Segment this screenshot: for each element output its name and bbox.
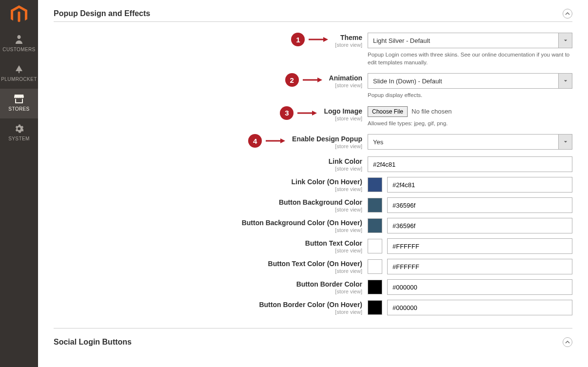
button-border-input[interactable]: [387, 279, 572, 295]
sidebar-item-label: CUSTOMERS: [2, 47, 35, 52]
admin-sidebar: CUSTOMERS PLUMROCKET STORES SYSTEM: [0, 0, 38, 367]
scope-label: [store view]: [242, 227, 362, 233]
field-label: Button Border Color (On Hover): [259, 301, 362, 309]
sidebar-item-label: STORES: [8, 106, 29, 112]
field-label: Enable Design Popup: [292, 135, 362, 143]
button-border-hover-input[interactable]: [387, 300, 572, 315]
gear-icon: [15, 124, 23, 133]
arrow-icon: [297, 106, 317, 120]
section-title: Popup Design and Effects: [54, 9, 150, 18]
sidebar-item-stores[interactable]: STORES: [0, 89, 38, 118]
collapse-button[interactable]: [563, 9, 572, 19]
select-value: Light Silver - Default: [368, 37, 435, 44]
scope-label: [store view]: [279, 207, 362, 212]
stores-icon: [14, 95, 24, 103]
section-header-social: Social Login Buttons: [54, 328, 572, 352]
field-label: Logo Image: [324, 107, 362, 115]
button-bg-hover-input[interactable]: [387, 218, 572, 233]
section-header-design: Popup Design and Effects: [54, 9, 572, 22]
arrow-icon: [266, 134, 285, 148]
color-swatch[interactable]: [368, 239, 382, 253]
scope-label: [store view]: [292, 186, 362, 192]
chevron-down-icon: [558, 33, 572, 48]
field-label: Theme: [335, 34, 362, 41]
magento-logo[interactable]: [0, 0, 38, 29]
helper-text: Popup Login comes with three skins. See …: [368, 51, 572, 66]
field-label: Link Color: [329, 157, 362, 165]
sidebar-item-label: PLUMROCKET: [1, 77, 37, 82]
chevron-down-icon: [558, 135, 572, 149]
callout-3: 3: [280, 106, 294, 120]
scope-label: [store view]: [335, 42, 362, 48]
no-file-text: No file chosen: [412, 108, 451, 115]
field-label: Button Text Color: [305, 239, 362, 247]
select-value: Yes: [368, 138, 388, 146]
color-swatch[interactable]: [368, 300, 382, 315]
helper-text: Popup display effects.: [368, 92, 572, 99]
scope-label: [store view]: [296, 289, 362, 294]
callout-1: 1: [291, 33, 305, 46]
color-swatch[interactable]: [368, 177, 382, 192]
field-label: Button Text Color (On Hover): [268, 260, 362, 268]
scope-label: [store view]: [259, 309, 362, 315]
scope-label: [store view]: [324, 116, 362, 121]
scope-label: [store view]: [329, 166, 362, 172]
link-color-input[interactable]: [368, 156, 572, 172]
choose-file-button[interactable]: Choose File: [368, 106, 408, 117]
helper-text: Allowed file types: jpeg, gif, png.: [368, 120, 572, 128]
button-text-input[interactable]: [387, 238, 572, 254]
scope-label: [store view]: [305, 248, 362, 253]
color-swatch[interactable]: [368, 259, 382, 274]
arrow-icon: [303, 73, 322, 87]
sidebar-item-customers[interactable]: CUSTOMERS: [0, 29, 38, 59]
field-label: Button Border Color: [296, 280, 362, 288]
sidebar-item-label: SYSTEM: [8, 136, 30, 141]
field-label: Button Background Color: [279, 198, 362, 206]
animation-select[interactable]: Slide In (Down) - Default: [368, 73, 572, 89]
customers-icon: [15, 35, 23, 44]
theme-select[interactable]: Light Silver - Default: [368, 33, 572, 48]
link-color-hover-input[interactable]: [387, 177, 572, 193]
select-value: Slide In (Down) - Default: [368, 77, 447, 85]
main-content: Popup Design and Effects 1 Theme [store …: [38, 0, 588, 367]
arrow-icon: [309, 33, 328, 46]
field-label: Button Background Color (On Hover): [242, 219, 362, 227]
field-label: Animation: [329, 74, 362, 82]
section-title: Social Login Buttons: [54, 338, 132, 347]
chevron-down-icon: [558, 74, 572, 88]
color-swatch[interactable]: [368, 198, 382, 212]
callout-2: 2: [285, 73, 299, 87]
color-swatch[interactable]: [368, 280, 382, 294]
color-swatch[interactable]: [368, 218, 382, 233]
button-text-hover-input[interactable]: [387, 259, 572, 274]
scope-label: [store view]: [268, 268, 362, 274]
enable-design-select[interactable]: Yes: [368, 134, 572, 150]
callout-4: 4: [248, 134, 262, 148]
sidebar-item-system[interactable]: SYSTEM: [0, 118, 38, 148]
collapse-button[interactable]: [563, 337, 572, 347]
field-label: Link Color (On Hover): [292, 178, 362, 186]
sidebar-item-plumrocket[interactable]: PLUMROCKET: [0, 59, 38, 89]
plumrocket-icon: [15, 65, 23, 74]
scope-label: [store view]: [329, 82, 362, 88]
button-bg-input[interactable]: [387, 197, 572, 213]
scope-label: [store view]: [292, 143, 362, 149]
